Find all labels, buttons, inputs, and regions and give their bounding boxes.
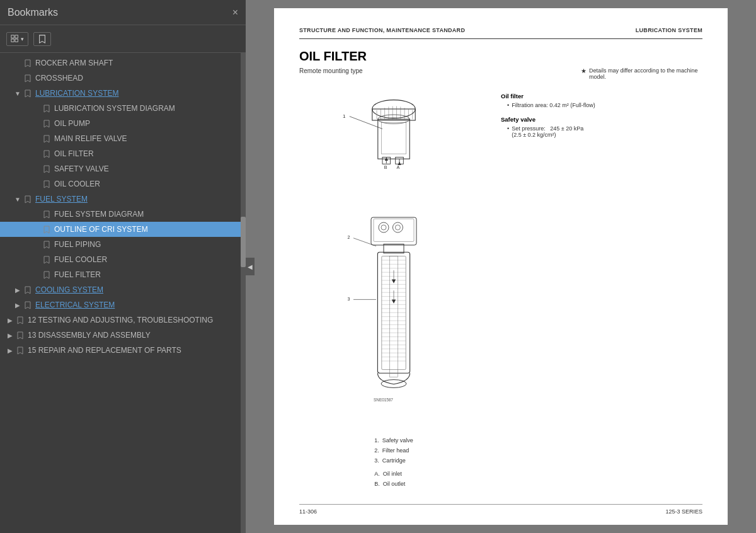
bookmark-icon-crosshead <box>23 74 33 83</box>
bookmark-label-electrical-system: ELECTRICAL SYSTEM <box>35 301 115 309</box>
bookmark-icon-outline-of-cri-system <box>42 226 52 234</box>
bookmark-label-oil-cooler: OIL COOLER <box>54 180 100 188</box>
doc-title: OIL FILTER <box>299 49 702 64</box>
bullet-icon-2: • <box>507 125 509 132</box>
bookmark-item-main-relief-valve[interactable]: MAIN RELIFE VALVE <box>0 131 246 146</box>
doc-footer: 11-306 125-3 SERIES <box>299 504 702 515</box>
bookmark-item-testing-adjusting[interactable]: ▶12 TESTING AND ADJUSTING, TROUBLESHOOTI… <box>0 312 246 328</box>
close-icon[interactable]: × <box>232 8 238 18</box>
bookmark-icon-disassembly-assembly <box>15 331 25 340</box>
bookmark-icon-main-relief-valve <box>42 135 52 143</box>
svg-line-5 <box>350 117 382 129</box>
collapse-panel-button[interactable]: ◀ <box>246 258 255 275</box>
svg-text:SNE01587: SNE01587 <box>374 398 393 402</box>
bookmark-label-testing-adjusting: 12 TESTING AND ADJUSTING, TROUBLESHOOTIN… <box>28 316 213 324</box>
scrollbar-thumb[interactable] <box>241 217 246 267</box>
bookmark-icon-safety-valve <box>42 165 52 173</box>
bookmark-icon-oil-filter <box>42 150 52 158</box>
grid-icon <box>11 35 20 43</box>
bookmark-icon-oil-pump <box>42 120 52 128</box>
expand-arrow-cooling-system[interactable]: ▶ <box>13 287 23 294</box>
bookmark-icon-fuel-system-diagram <box>42 210 52 219</box>
svg-rect-8 <box>378 119 410 159</box>
bookmark-icon-lubrication-system-diagram <box>42 105 52 113</box>
svg-text:B: B <box>384 164 387 170</box>
bookmark-item-cooling-system[interactable]: ▶COOLING SYSTEM <box>0 282 246 297</box>
top-diagram-svg: 1 B A <box>337 86 450 200</box>
bookmark-icon-electrical-system <box>23 301 33 309</box>
bookmark-search-button[interactable] <box>33 32 51 46</box>
expand-arrow-fuel-system[interactable]: ▼ <box>13 196 23 203</box>
bookmark-item-safety-valve[interactable]: SAFETY VALVE <box>0 161 246 176</box>
bookmark-label-fuel-filter: FUEL FILTER <box>54 270 101 279</box>
bookmarks-title: Bookmarks <box>8 7 58 18</box>
document-page: STRUCTURE AND FUNCTION, MAINTENANCE STAN… <box>274 8 728 525</box>
bookmark-label-repair-replacement: 15 REPAIR AND REPLACEMENT OF PARTS <box>28 346 181 355</box>
bookmark-icon-testing-adjusting <box>15 316 25 324</box>
bookmark-item-crosshead[interactable]: CROSSHEAD <box>0 71 246 86</box>
bookmark-label-disassembly-assembly: 13 DISASSEMBLY AND ASSEMBLY <box>28 331 151 340</box>
bookmark-item-lubrication-system[interactable]: ▼LUBRICATION SYSTEM <box>0 86 246 101</box>
expand-arrow-electrical-system[interactable]: ▶ <box>13 302 23 309</box>
bookmarks-header: Bookmarks × <box>0 0 246 25</box>
scrollbar-track <box>241 53 246 533</box>
legend-item-1: 1. Safety valve <box>374 435 413 445</box>
series-label: 125-3 SERIES <box>665 508 702 515</box>
expand-arrow-repair-replacement[interactable]: ▶ <box>5 347 15 354</box>
bookmark-item-fuel-piping[interactable]: FUEL PIPING <box>0 237 246 252</box>
spec-oil-filter: Oil filter • Filtration area: 0.42 m² (F… <box>501 93 702 108</box>
bookmark-item-electrical-system[interactable]: ▶ELECTRICAL SYSTEM <box>0 297 246 312</box>
bookmark-icon-fuel-system <box>23 195 33 203</box>
svg-point-36 <box>395 225 400 230</box>
bookmark-label-oil-filter: OIL FILTER <box>54 149 94 158</box>
bookmark-label-rocker-arm-shaft: ROCKER ARM SHAFT <box>35 59 113 67</box>
expand-arrow: ▾ <box>21 36 24 42</box>
spec-set-pressure: • Set pressure: 245 ± 20 kPa(2.5 ± 0.2 k… <box>501 125 702 138</box>
doc-content: 1 B A <box>299 86 702 489</box>
spec-safety-valve-title: Safety valve <box>501 116 702 123</box>
bookmark-item-repair-replacement[interactable]: ▶15 REPAIR AND REPLACEMENT OF PARTS <box>0 343 246 358</box>
doc-subtitle: Remote mounting type <box>299 67 363 80</box>
expand-arrow-lubrication-system[interactable]: ▼ <box>13 90 23 97</box>
bookmark-label-outline-of-cri-system: OUTLINE OF CRI SYSTEM <box>54 225 148 234</box>
bookmark-item-fuel-cooler[interactable]: FUEL COOLER <box>0 252 246 267</box>
svg-rect-3 <box>15 39 18 42</box>
bookmark-icon-cooling-system <box>23 286 33 294</box>
expand-arrow-testing-adjusting[interactable]: ▶ <box>5 317 15 324</box>
bookmark-icon-fuel-piping <box>42 241 52 249</box>
toolbar-row: ▾ <box>0 25 246 53</box>
expand-collapse-button[interactable]: ▾ <box>6 32 28 46</box>
bookmark-item-oil-cooler[interactable]: OIL COOLER <box>0 176 246 192</box>
bookmark-item-disassembly-assembly[interactable]: ▶13 DISASSEMBLY AND ASSEMBLY <box>0 328 246 343</box>
document-panel: STRUCTURE AND FUNCTION, MAINTENANCE STAN… <box>246 0 756 533</box>
bookmark-icon-repair-replacement <box>15 347 25 355</box>
bookmark-item-oil-filter[interactable]: OIL FILTER <box>0 146 246 161</box>
bookmark-label-crosshead: CROSSHEAD <box>35 74 83 83</box>
svg-marker-69 <box>392 279 396 283</box>
header-right-text: LUBRICATION SYSTEM <box>636 27 702 33</box>
bookmark-icon-fuel-filter <box>42 271 52 279</box>
bookmark-item-rocker-arm-shaft[interactable]: ROCKER ARM SHAFT <box>0 55 246 71</box>
bookmark-list[interactable]: ROCKER ARM SHAFTCROSSHEAD▼LUBRICATION SY… <box>0 53 246 533</box>
svg-point-35 <box>392 222 403 232</box>
bookmark-item-fuel-filter[interactable]: FUEL FILTER <box>0 267 246 282</box>
bookmark-icon-lubrication-system <box>23 89 33 98</box>
bookmark-item-fuel-system-diagram[interactable]: FUEL SYSTEM DIAGRAM <box>0 207 246 222</box>
svg-point-33 <box>379 222 389 232</box>
expand-arrow-disassembly-assembly[interactable]: ▶ <box>5 332 15 339</box>
bookmark-item-fuel-system[interactable]: ▼FUEL SYSTEM <box>0 192 246 207</box>
bottom-diagram-svg: 2 3 <box>343 202 444 429</box>
doc-subtitle-row: Remote mounting type ★ Details may diffe… <box>299 67 702 80</box>
svg-marker-71 <box>392 299 396 303</box>
doc-legend: 1. Safety valve 2. Filter head 3. Cartri… <box>374 435 413 489</box>
diagram-area: 1 B A <box>299 86 488 489</box>
bookmark-item-lubrication-system-diagram[interactable]: LUBRICATION SYSTEM DIAGRAM <box>0 101 246 116</box>
doc-note: ★ Details may differ according to the ma… <box>581 67 702 80</box>
legend-item-a: A. Oil inlet <box>374 469 413 479</box>
bookmark-item-outline-of-cri-system[interactable]: OUTLINE OF CRI SYSTEM <box>0 222 246 237</box>
note-text: Details may differ according to the mach… <box>589 67 702 80</box>
header-left-text: STRUCTURE AND FUNCTION, MAINTENANCE STAN… <box>299 27 465 33</box>
svg-point-34 <box>381 225 386 230</box>
bookmark-item-oil-pump[interactable]: OIL PUMP <box>0 116 246 131</box>
bookmark-label-lubrication-system: LUBRICATION SYSTEM <box>35 89 118 98</box>
